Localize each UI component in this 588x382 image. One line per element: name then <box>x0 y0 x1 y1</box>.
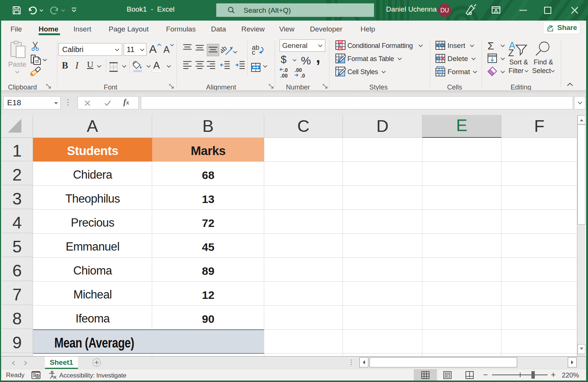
svg-text:.00: .00 <box>280 73 288 78</box>
svg-text:.00: .00 <box>295 67 302 73</box>
svg-text:c: c <box>252 49 255 56</box>
svg-text:.0: .0 <box>301 73 305 78</box>
svg-text:.0: .0 <box>283 67 288 73</box>
svg-text:Z: Z <box>508 48 514 58</box>
